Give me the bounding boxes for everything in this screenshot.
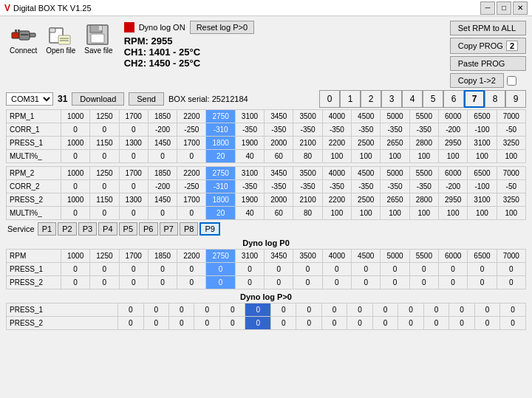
table-cell[interactable]: 0 xyxy=(270,317,296,330)
table-cell[interactable]: 100 xyxy=(438,150,467,163)
table-cell[interactable]: -350 xyxy=(235,123,264,137)
table-cell[interactable]: 0 xyxy=(352,276,381,289)
table-cell[interactable]: 0 xyxy=(245,317,270,330)
table-cell[interactable]: 0 xyxy=(409,263,438,276)
table-cell[interactable]: 100 xyxy=(352,207,381,220)
table-cell[interactable]: 5000 xyxy=(381,167,409,180)
table-cell[interactable]: 100 xyxy=(322,150,351,163)
table-cell[interactable]: 5500 xyxy=(409,167,438,180)
table-cell[interactable]: 0 xyxy=(398,317,423,330)
table-cell[interactable]: 1250 xyxy=(90,167,119,180)
table-cell[interactable]: 100 xyxy=(409,207,438,220)
table-cell[interactable]: 0 xyxy=(90,123,119,137)
table-cell[interactable]: 0 xyxy=(206,276,235,289)
table-cell[interactable]: 0 xyxy=(177,276,206,289)
table-cell[interactable]: 0 xyxy=(90,207,119,220)
service-tab-p5[interactable]: P5 xyxy=(119,222,137,236)
service-tab-p6[interactable]: P6 xyxy=(139,222,157,236)
table-cell[interactable]: 1900 xyxy=(235,137,264,150)
table-cell[interactable]: 0 xyxy=(177,263,206,276)
download-button[interactable]: Download xyxy=(72,92,124,106)
service-tab-p3[interactable]: P3 xyxy=(78,222,97,236)
table-cell[interactable]: 60 xyxy=(265,207,293,220)
table-cell[interactable]: 1250 xyxy=(90,250,119,263)
table-cell[interactable]: 3100 xyxy=(235,250,264,263)
table-cell[interactable]: 2200 xyxy=(322,193,351,207)
num-cell-6[interactable]: 6 xyxy=(443,90,464,108)
service-tab-p7[interactable]: P7 xyxy=(160,222,178,236)
table-cell[interactable]: 3100 xyxy=(235,167,264,180)
table-cell[interactable]: 0 xyxy=(177,150,206,163)
table-cell[interactable]: -350 xyxy=(409,123,438,137)
table-cell[interactable]: 2500 xyxy=(352,137,381,150)
table-cell[interactable]: 0 xyxy=(169,317,194,330)
table-cell[interactable]: 0 xyxy=(372,317,398,330)
table-cell[interactable]: 1700 xyxy=(119,167,148,180)
num-cell-9[interactable]: 9 xyxy=(505,90,526,108)
table-cell[interactable]: 0 xyxy=(270,303,296,317)
table-cell[interactable]: 1000 xyxy=(61,250,89,263)
table-cell[interactable]: 1800 xyxy=(206,137,235,150)
table-cell[interactable]: 0 xyxy=(322,276,351,289)
table-cell[interactable]: 0 xyxy=(90,150,119,163)
table-cell[interactable]: 2100 xyxy=(293,137,322,150)
table-cell[interactable]: 1700 xyxy=(119,250,148,263)
table-cell[interactable]: 100 xyxy=(468,207,497,220)
minimize-button[interactable]: ─ xyxy=(480,1,495,15)
table-cell[interactable]: 0 xyxy=(347,317,372,330)
table-cell[interactable]: 100 xyxy=(381,150,409,163)
table-cell[interactable]: 0 xyxy=(118,317,143,330)
table-cell[interactable]: 1700 xyxy=(177,193,206,207)
table-cell[interactable]: 3250 xyxy=(497,137,525,150)
table-cell[interactable]: 0 xyxy=(119,207,148,220)
table-cell[interactable]: 1450 xyxy=(148,137,177,150)
table-cell[interactable]: 0 xyxy=(347,303,372,317)
table-cell[interactable]: 4500 xyxy=(352,167,381,180)
table-cell[interactable]: 0 xyxy=(468,276,497,289)
table-cell[interactable]: 7000 xyxy=(497,250,525,263)
table-cell[interactable]: -350 xyxy=(409,180,438,193)
table-cell[interactable]: 1150 xyxy=(90,137,119,150)
table-cell[interactable]: -250 xyxy=(177,123,206,137)
table-cell[interactable]: 0 xyxy=(296,317,321,330)
table-cell[interactable]: 100 xyxy=(468,150,497,163)
table-cell[interactable]: 1850 xyxy=(148,167,177,180)
table-cell[interactable]: 20 xyxy=(206,150,235,163)
table-cell[interactable]: 0 xyxy=(474,317,499,330)
service-tab-p9[interactable]: P9 xyxy=(200,222,219,236)
table-cell[interactable]: 1850 xyxy=(148,110,177,123)
table-cell[interactable]: 4000 xyxy=(322,167,351,180)
table-cell[interactable]: 0 xyxy=(438,276,467,289)
table-cell[interactable]: 0 xyxy=(148,263,177,276)
table-cell[interactable]: 0 xyxy=(143,303,168,317)
table-cell[interactable]: 1700 xyxy=(177,137,206,150)
maximize-button[interactable]: □ xyxy=(497,1,511,15)
table-cell[interactable]: 100 xyxy=(497,150,525,163)
table-cell[interactable]: 0 xyxy=(148,276,177,289)
table-cell[interactable]: 0 xyxy=(449,317,474,330)
table-cell[interactable]: 7000 xyxy=(497,167,525,180)
table-cell[interactable]: 5500 xyxy=(409,110,438,123)
table-cell[interactable]: 0 xyxy=(265,263,293,276)
table-cell[interactable]: 5000 xyxy=(381,250,409,263)
table-cell[interactable]: 1000 xyxy=(61,193,89,207)
table-cell[interactable]: 2650 xyxy=(381,193,409,207)
table-cell[interactable]: 20 xyxy=(206,207,235,220)
table-cell[interactable]: 0 xyxy=(206,263,235,276)
table-cell[interactable]: -350 xyxy=(322,123,351,137)
table-cell[interactable]: 2800 xyxy=(409,137,438,150)
table-cell[interactable]: 0 xyxy=(321,303,347,317)
table-cell[interactable]: 0 xyxy=(61,150,89,163)
table-cell[interactable]: 3250 xyxy=(497,193,525,207)
table-cell[interactable]: 0 xyxy=(352,263,381,276)
table-cell[interactable]: 0 xyxy=(265,276,293,289)
table-cell[interactable]: 0 xyxy=(497,263,525,276)
table-cell[interactable]: 100 xyxy=(438,207,467,220)
service-tab-p2[interactable]: P2 xyxy=(58,222,76,236)
table-cell[interactable]: 2200 xyxy=(177,110,206,123)
table-cell[interactable]: 0 xyxy=(293,263,322,276)
table-cell[interactable]: 0 xyxy=(119,123,148,137)
table-cell[interactable]: 1150 xyxy=(90,193,119,207)
table-cell[interactable]: 0 xyxy=(90,263,119,276)
table-cell[interactable]: 0 xyxy=(497,276,525,289)
